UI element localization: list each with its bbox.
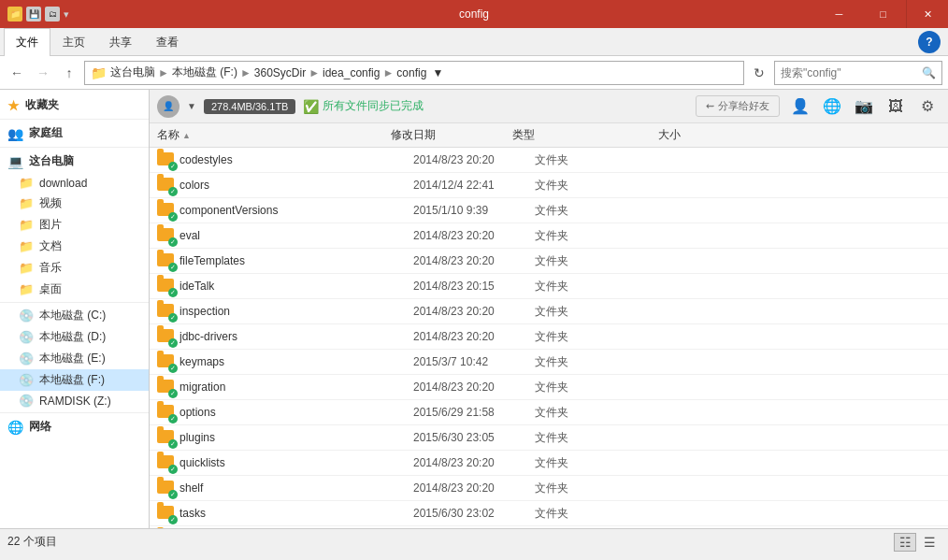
path-segment-drive: 本地磁盘 (F:) (172, 65, 237, 80)
table-row[interactable]: ✓ shelf 2014/8/23 20:20 文件夹 (150, 476, 948, 501)
table-row[interactable]: ✓ jdbc-drivers 2014/8/23 20:20 文件夹 (150, 324, 948, 350)
folder-desktop-icon: 📁 (19, 282, 34, 296)
file-name: fileTemplates (180, 254, 413, 267)
sidebar-download[interactable]: 📁 download (0, 173, 149, 193)
table-row[interactable]: ✓ codestyles 2014/8/23 20:20 文件夹 (150, 148, 948, 173)
folder-icon: ✓ (157, 327, 176, 346)
table-row[interactable]: ✓ ideTalk 2014/8/23 20:15 文件夹 (150, 274, 948, 299)
address-bar: ← → ↑ 📁 这台电脑 ► 本地磁盘 (F:) ► 360SycDir ► i… (0, 56, 948, 90)
file-name: shelf (180, 481, 413, 495)
file-name: quicklists (180, 456, 413, 469)
table-row[interactable]: ✓ options 2015/6/29 21:58 文件夹 (150, 400, 948, 425)
ramdisk-icon: 💿 (19, 394, 34, 408)
search-input[interactable] (781, 66, 922, 79)
file-list-header: 名称▲ 修改日期 类型 大小 (150, 123, 948, 148)
table-row[interactable]: ✓ keymaps 2015/3/7 10:42 文件夹 (150, 350, 948, 375)
user-dropdown-icon[interactable]: ▼ (187, 101, 196, 111)
column-header-size[interactable]: 大小 (606, 127, 681, 143)
table-row[interactable]: ✓ tasks 2015/6/30 23:02 文件夹 (150, 501, 948, 526)
table-row[interactable]: ✓ colors 2014/12/4 22:41 文件夹 (150, 173, 948, 198)
folder-icon: ✓ (157, 479, 176, 497)
computer-icon: 💻 (7, 154, 23, 169)
close-button[interactable]: ✕ (906, 0, 948, 28)
search-icon[interactable]: 🔍 (922, 66, 936, 79)
table-row[interactable]: ✓ inspection 2014/8/23 20:20 文件夹 (150, 299, 948, 324)
back-button[interactable]: ← (6, 62, 28, 84)
file-type: 文件夹 (535, 228, 628, 244)
sidebar-pictures[interactable]: 📁 图片 (0, 214, 149, 236)
tab-file[interactable]: 文件 (4, 28, 50, 56)
sidebar-drive-e[interactable]: 💿 本地磁盘 (E:) (0, 348, 149, 369)
file-date: 2014/8/23 20:20 (413, 254, 535, 267)
main-layout: ★ 收藏夹 👥 家庭组 💻 这台电脑 📁 download 📁 视频 📁 图片 … (0, 90, 948, 528)
file-name: componentVersions (180, 204, 413, 217)
sidebar: ★ 收藏夹 👥 家庭组 💻 这台电脑 📁 download 📁 视频 📁 图片 … (0, 90, 150, 528)
file-name: colors (180, 179, 413, 192)
forward-button[interactable]: → (32, 62, 54, 84)
table-row[interactable]: ✓ templates 2015/6/12 19:19 文件夹 (150, 526, 948, 528)
storage-badge: 278.4MB/36.1TB (204, 99, 296, 114)
file-date: 2014/8/23 20:20 (413, 456, 535, 469)
tab-home[interactable]: 主页 (50, 28, 97, 56)
status-item-count: 22 个项目 (7, 534, 57, 550)
share-button[interactable]: ⇜ 分享给好友 (696, 95, 780, 117)
star-icon: ★ (7, 98, 20, 113)
column-header-type[interactable]: 类型 (512, 127, 606, 143)
ribbon-right: ? (918, 31, 944, 53)
people-icon-btn[interactable]: 👤 (787, 93, 813, 120)
column-header-date[interactable]: 修改日期 (391, 127, 512, 143)
sidebar-computer[interactable]: 💻 这台电脑 (0, 150, 149, 173)
sidebar-videos[interactable]: 📁 视频 (0, 193, 149, 214)
sidebar-drive-d[interactable]: 💿 本地磁盘 (D:) (0, 326, 149, 348)
tab-share[interactable]: 共享 (97, 28, 144, 56)
sidebar-desktop[interactable]: 📁 桌面 (0, 279, 149, 300)
column-header-name[interactable]: 名称▲ (157, 127, 391, 143)
minimize-button[interactable]: ─ (818, 0, 860, 28)
sidebar-network[interactable]: 🌐 网络 (0, 415, 149, 438)
folder-icon: ✓ (157, 302, 176, 321)
drive-c-icon: 💿 (19, 309, 34, 323)
camera-icon-btn[interactable]: 📷 (851, 93, 877, 120)
file-date: 2015/6/30 23:02 (413, 507, 535, 520)
file-date: 2015/6/30 23:05 (413, 431, 535, 444)
folder-download-icon: 📁 (19, 176, 34, 190)
help-button[interactable]: ? (918, 31, 941, 53)
folder-icon: ✓ (157, 428, 176, 447)
address-path[interactable]: 📁 这台电脑 ► 本地磁盘 (F:) ► 360SycDir ► idea_co… (84, 61, 744, 85)
file-date: 2015/1/10 9:39 (413, 204, 535, 217)
settings-icon-btn[interactable]: ⚙ (914, 93, 941, 120)
refresh-button[interactable]: ↻ (748, 62, 770, 84)
table-row[interactable]: ✓ quicklists 2014/8/23 20:20 文件夹 (150, 451, 948, 476)
list-view-button[interactable]: ☷ (894, 533, 916, 552)
globe-icon-btn[interactable]: 🌐 (819, 93, 845, 120)
sidebar-drive-f[interactable]: 💿 本地磁盘 (F:) (0, 369, 149, 391)
table-row[interactable]: ✓ eval 2014/8/23 20:20 文件夹 (150, 223, 948, 249)
maximize-button[interactable]: □ (862, 0, 904, 28)
table-row[interactable]: ✓ componentVersions 2015/1/10 9:39 文件夹 (150, 198, 948, 223)
image-icon-btn[interactable]: 🖼 (883, 93, 909, 120)
detail-view-button[interactable]: ☰ (918, 533, 941, 552)
window-title: config (459, 7, 489, 21)
file-type: 文件夹 (535, 354, 628, 370)
sidebar-music[interactable]: 📁 音乐 (0, 257, 149, 279)
sidebar-ramdisk[interactable]: 💿 RAMDISK (Z:) (0, 391, 149, 410)
quick-access-icon1: 💾 (26, 7, 41, 22)
path-dropdown-btn[interactable]: ▼ (426, 66, 449, 79)
family-icon: 👥 (7, 126, 23, 141)
sidebar-documents[interactable]: 📁 文档 (0, 236, 149, 257)
table-row[interactable]: ✓ fileTemplates 2014/8/23 20:20 文件夹 (150, 249, 948, 274)
network-icon: 🌐 (7, 420, 23, 435)
tab-view[interactable]: 查看 (144, 28, 191, 56)
up-button[interactable]: ↑ (58, 62, 80, 84)
sidebar-drive-c[interactable]: 💿 本地磁盘 (C:) (0, 305, 149, 326)
sidebar-family[interactable]: 👥 家庭组 (0, 122, 149, 145)
file-name: tasks (180, 507, 413, 520)
search-box[interactable]: 🔍 (774, 61, 942, 85)
file-date: 2014/8/23 20:20 (413, 330, 535, 343)
table-row[interactable]: ✓ migration 2014/8/23 20:20 文件夹 (150, 375, 948, 400)
file-date: 2014/8/23 20:20 (413, 229, 535, 242)
folder-icon: ✓ (157, 277, 176, 295)
table-row[interactable]: ✓ plugins 2015/6/30 23:05 文件夹 (150, 425, 948, 451)
share-icon: ⇜ (706, 100, 714, 112)
file-type: 文件夹 (535, 304, 628, 320)
